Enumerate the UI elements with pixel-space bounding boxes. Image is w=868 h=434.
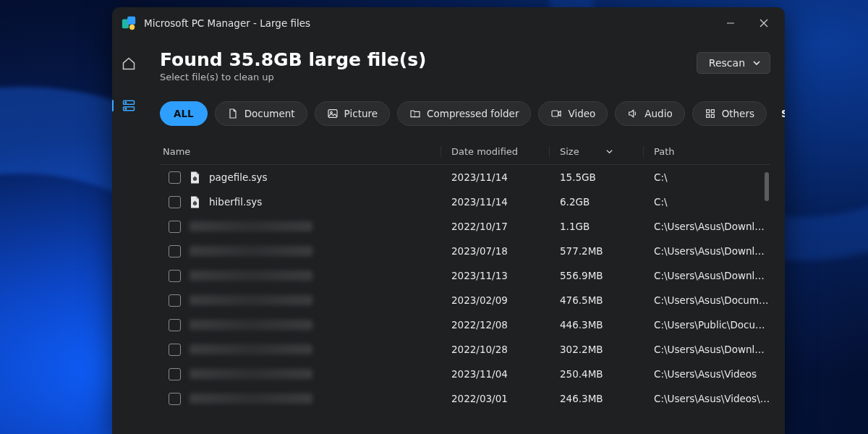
file-path: C:\Users\Asus\Downloa... (654, 245, 770, 257)
svg-point-2 (129, 25, 135, 30)
file-size: 476.5MB (560, 294, 603, 306)
filter-others[interactable]: Others (692, 101, 767, 126)
file-path: C:\ (654, 171, 668, 183)
file-path: C:\Users\Asus\Downloa... (654, 344, 770, 355)
rescan-label: Rescan (709, 57, 745, 69)
table-row[interactable]: 2023/02/09476.5MBC:\Users\Asus\Docume... (160, 288, 770, 312)
file-date: 2022/10/17 (451, 221, 508, 232)
titlebar: Microsoft PC Manager - Large files (112, 7, 785, 39)
table-row[interactable]: 2022/12/08446.3MBC:\Users\Public\Docum..… (160, 312, 770, 337)
file-name-redacted (190, 221, 312, 231)
table-row[interactable]: pagefile.sys2023/11/1415.5GBC:\ (160, 165, 770, 190)
grid-icon (705, 108, 716, 119)
file-table: Name Date modified Size Path pagefile.sy… (160, 139, 770, 434)
filter-video[interactable]: Video (538, 101, 608, 126)
table-row[interactable]: 2023/11/04250.4MBC:\Users\Asus\Videos (160, 362, 770, 386)
folder-zip-icon (409, 108, 421, 119)
table-row[interactable]: 2023/07/18577.2MBC:\Users\Asus\Downloa..… (160, 239, 770, 263)
row-checkbox[interactable] (169, 270, 181, 282)
scrollbar-thumb[interactable] (765, 172, 769, 201)
row-checkbox[interactable] (169, 196, 181, 208)
file-name-redacted (190, 369, 312, 379)
row-checkbox[interactable] (169, 171, 181, 184)
table-row[interactable]: 2022/03/01246.3MBC:\Users\Asus\Videos\C.… (160, 386, 770, 411)
sidebar-item-storage[interactable] (122, 98, 136, 113)
file-path: C:\Users\Asus\Docume... (654, 294, 770, 306)
minimize-button[interactable] (714, 11, 747, 35)
audio-icon (627, 108, 639, 119)
column-path[interactable]: Path (644, 146, 770, 157)
svg-rect-18 (195, 176, 195, 177)
file-size: 556.9MB (560, 270, 603, 281)
svg-rect-10 (328, 110, 337, 118)
file-name-redacted (190, 344, 312, 354)
file-name-redacted (190, 246, 312, 256)
row-checkbox[interactable] (169, 221, 181, 233)
svg-rect-14 (711, 110, 714, 113)
table-row[interactable]: 2023/11/13556.9MBC:\Users\Asus\Downloa..… (160, 263, 770, 288)
filter-row: ALL Document Picture Compressed folder V… (160, 101, 770, 126)
file-name-redacted (190, 393, 312, 404)
filter-compressed[interactable]: Compressed folder (397, 101, 531, 126)
file-icon (190, 171, 200, 184)
svg-rect-16 (711, 114, 714, 117)
column-date[interactable]: Date modified (441, 146, 550, 157)
file-date: 2022/03/01 (451, 393, 508, 404)
scrollbar[interactable] (763, 172, 769, 411)
svg-rect-13 (706, 110, 709, 113)
table-row[interactable]: hiberfil.sys2023/11/146.2GBC:\ (160, 190, 770, 214)
file-date: 2023/07/18 (451, 245, 508, 257)
file-date: 2023/11/04 (451, 368, 508, 380)
sidebar (112, 39, 145, 434)
row-checkbox[interactable] (169, 344, 181, 356)
svg-point-8 (125, 102, 127, 103)
file-path: C:\Users\Public\Docum... (654, 319, 770, 331)
filter-audio[interactable]: Audio (615, 101, 684, 126)
file-path: C:\ (654, 196, 668, 208)
size-filter-label: Size (781, 108, 785, 119)
chevron-down-icon (752, 59, 761, 67)
svg-rect-15 (706, 114, 709, 117)
file-size: 577.2MB (560, 245, 603, 257)
svg-rect-1 (127, 17, 135, 25)
file-icon (190, 196, 200, 208)
file-date: 2022/12/08 (451, 319, 508, 331)
row-checkbox[interactable] (169, 319, 181, 331)
row-checkbox[interactable] (169, 368, 181, 380)
file-name-redacted (190, 271, 312, 281)
page-title: Found 35.8GB large file(s) (160, 49, 697, 70)
svg-rect-12 (552, 111, 558, 116)
file-path: C:\Users\Asus\Videos (654, 368, 757, 380)
sidebar-item-home[interactable] (122, 56, 136, 71)
file-size: 250.4MB (560, 368, 603, 380)
filter-picture[interactable]: Picture (315, 101, 390, 126)
file-name: hiberfil.sys (209, 196, 262, 208)
content-area: Found 35.8GB large file(s) Select file(s… (145, 39, 785, 434)
row-checkbox[interactable] (169, 245, 181, 258)
column-size[interactable]: Size (550, 146, 644, 157)
table-row[interactable]: 2022/10/171.1GBC:\Users\Asus\Downloa... (160, 214, 770, 239)
file-size: 246.3MB (560, 393, 603, 404)
rescan-button[interactable]: Rescan (697, 52, 770, 74)
file-date: 2022/10/28 (451, 344, 508, 355)
row-checkbox[interactable] (169, 294, 181, 307)
file-name-redacted (190, 320, 312, 330)
filter-document[interactable]: Document (215, 101, 307, 126)
file-date: 2023/11/13 (451, 270, 508, 281)
video-icon (550, 108, 562, 119)
file-size: 6.2GB (560, 196, 590, 208)
sort-desc-icon (605, 148, 613, 156)
file-name: pagefile.sys (209, 171, 268, 183)
file-size: 1.1GB (560, 221, 590, 232)
file-size: 15.5GB (560, 171, 596, 183)
close-button[interactable] (747, 11, 780, 35)
file-path: C:\Users\Asus\Videos\C... (654, 393, 770, 404)
table-row[interactable]: 2022/10/28302.2MBC:\Users\Asus\Downloa..… (160, 337, 770, 362)
column-name[interactable]: Name (163, 146, 441, 157)
file-size: 302.2MB (560, 344, 603, 355)
row-checkbox[interactable] (169, 393, 181, 405)
page-subtitle: Select file(s) to clean up (160, 72, 697, 82)
app-window: Microsoft PC Manager - Large files Found… (112, 7, 785, 434)
svg-rect-20 (195, 200, 195, 202)
filter-all[interactable]: ALL (160, 101, 208, 126)
